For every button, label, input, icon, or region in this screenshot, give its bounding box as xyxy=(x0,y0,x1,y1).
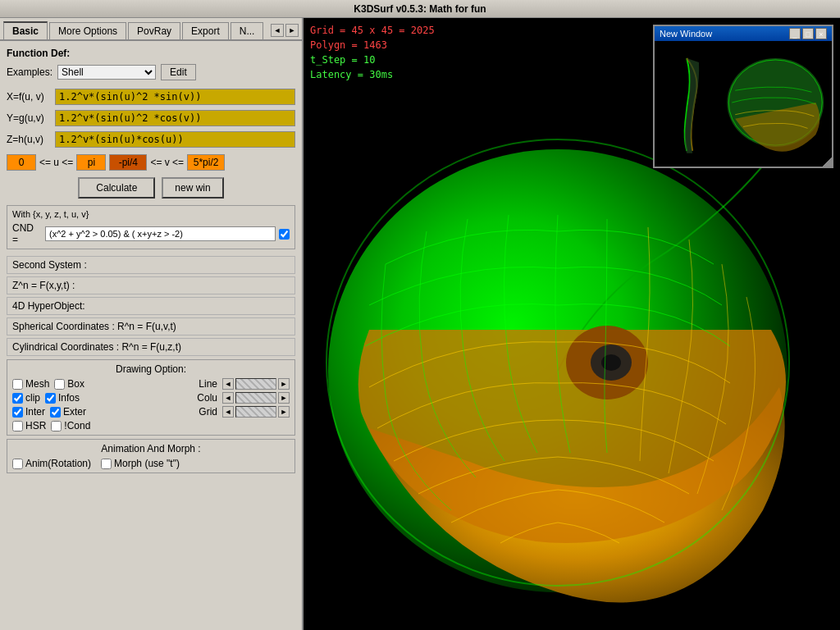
polygn-info: Polygn = 1463 xyxy=(310,38,435,52)
morph-check[interactable]: Morph (use "t") xyxy=(101,458,180,469)
line-slider-track[interactable] xyxy=(235,378,276,390)
resize-handle[interactable] xyxy=(822,157,832,167)
new-window-title-text: New Window xyxy=(660,29,712,39)
menu-spherical[interactable]: Spherical Coordinates : R^n = F(u,v,t) xyxy=(7,317,295,336)
cnd-input[interactable] xyxy=(45,226,276,241)
grid-slider-track[interactable] xyxy=(235,406,276,418)
new-window-canvas xyxy=(655,41,832,164)
range-row: <= u <= <= v <= xyxy=(7,154,295,171)
menu-second-system[interactable]: Second System : xyxy=(7,256,295,274)
grid-slider-right[interactable]: ► xyxy=(278,406,290,418)
action-buttons: Calculate new win xyxy=(7,177,295,199)
edit-button[interactable]: Edit xyxy=(161,64,196,80)
new-win-button[interactable]: new win xyxy=(162,177,223,199)
inter-check[interactable]: Inter xyxy=(12,406,45,418)
anim-rotation-checkbox[interactable] xyxy=(12,459,23,469)
info-overlay: Grid = 45 x 45 = 2025 Polygn = 1463 t_St… xyxy=(310,23,435,82)
hz-input[interactable] xyxy=(55,131,295,148)
grid-slider-left[interactable]: ◄ xyxy=(222,406,234,418)
calculate-button[interactable]: Calculate xyxy=(78,177,155,199)
morph-label: Morph (use "t") xyxy=(114,458,180,469)
right-panel[interactable]: Grid = 45 x 45 = 2025 Polygn = 1463 t_St… xyxy=(304,18,840,630)
menu-4d-hyper[interactable]: 4D HyperObject: xyxy=(7,297,295,315)
infos-checkbox[interactable] xyxy=(45,393,56,404)
left-content: Function Def: Examples: Shell Edit X=f(u… xyxy=(0,41,302,630)
examples-select[interactable]: Shell xyxy=(57,65,156,80)
minimize-btn[interactable]: _ xyxy=(789,28,801,39)
line-slider-right[interactable]: ► xyxy=(278,378,290,390)
tab-prev-btn[interactable]: ◄ xyxy=(271,24,284,37)
colu-slider-left[interactable]: ◄ xyxy=(222,392,234,404)
animation-row: Anim(Rotation) Morph (use "t") xyxy=(12,458,290,469)
grid-label: Grid xyxy=(199,406,217,418)
fx-label: X=f(u, v) xyxy=(7,91,52,103)
hsr-check[interactable]: HSR xyxy=(12,420,46,431)
svg-point-3 xyxy=(601,354,621,371)
colu-label: Colu xyxy=(197,392,217,404)
cnd-group-title: With {x, y, z, t, u, v} xyxy=(12,209,290,219)
examples-label: Examples: xyxy=(7,66,52,78)
tab-next-btn[interactable]: ► xyxy=(285,24,299,37)
line-label: Line xyxy=(199,378,217,390)
animation-title: Animation And Morph : xyxy=(12,443,290,454)
anim-rotation-check[interactable]: Anim(Rotation) xyxy=(12,458,91,469)
morph-checkbox[interactable] xyxy=(101,459,112,469)
cnd-label: CND = xyxy=(12,222,42,245)
hsr-checkbox[interactable] xyxy=(12,421,23,431)
close-btn[interactable]: × xyxy=(815,28,827,39)
u-le1-label: <= u <= xyxy=(39,157,73,168)
maximize-btn[interactable]: □ xyxy=(802,28,814,39)
infos-check[interactable]: Infos xyxy=(45,392,80,404)
hz-label: Z=h(u,v) xyxy=(7,134,52,145)
cond-checkbox[interactable] xyxy=(51,421,62,431)
line-slider: ◄ ► xyxy=(222,378,290,390)
fx-input[interactable] xyxy=(55,89,295,105)
formula-z-row: Z=h(u,v) xyxy=(7,131,295,148)
exter-checkbox[interactable] xyxy=(50,407,61,418)
title-text: K3DSurf v0.5.3: Math for fun xyxy=(354,3,486,15)
grid-slider: ◄ ► xyxy=(222,406,290,418)
anim-rotation-label: Anim(Rotation) xyxy=(25,458,91,469)
formula-y-row: Y=g(u,v) xyxy=(7,110,295,126)
grid-info: Grid = 45 x 45 = 2025 xyxy=(310,23,435,38)
clip-checkbox[interactable] xyxy=(12,393,23,404)
tab-arrows: ◄ ► xyxy=(271,24,299,37)
tab-export[interactable]: Export xyxy=(182,22,229,39)
v-le2-label: <= v <= xyxy=(150,157,184,168)
examples-row: Examples: Shell Edit xyxy=(7,64,295,80)
cond-check[interactable]: !Cond xyxy=(51,420,90,431)
mesh-checkbox[interactable] xyxy=(12,379,23,390)
tab-more-options[interactable]: More Options xyxy=(49,22,126,39)
title-bar: K3DSurf v0.5.3: Math for fun xyxy=(0,0,840,18)
tab-povray[interactable]: PovRay xyxy=(128,22,180,39)
cnd-row: CND = xyxy=(12,222,290,245)
gy-input[interactable] xyxy=(55,110,295,126)
v-min-input[interactable] xyxy=(109,154,147,171)
exter-check[interactable]: Exter xyxy=(50,406,86,418)
new-window-controls: _ □ × xyxy=(789,28,827,39)
u-max-input[interactable] xyxy=(76,154,106,171)
v-max-input[interactable] xyxy=(187,154,225,171)
u-min-input[interactable] xyxy=(7,154,36,171)
colu-slider-track[interactable] xyxy=(235,392,276,404)
function-def-title: Function Def: xyxy=(7,48,295,59)
colu-slider-right[interactable]: ► xyxy=(278,392,290,404)
menu-cylindrical[interactable]: Cylindrical Coordinates : R^n = F(u,z,t) xyxy=(7,338,295,356)
mesh-check[interactable]: Mesh xyxy=(12,378,49,390)
drawing-options-group: Drawing Option: Mesh Box Line ◄ xyxy=(7,359,295,436)
new-window: New Window _ □ × xyxy=(653,25,833,168)
tstep-info: t_Step = 10 xyxy=(310,52,435,67)
box-check[interactable]: Box xyxy=(54,378,84,390)
tab-n[interactable]: N... xyxy=(231,22,264,39)
animation-group: Animation And Morph : Anim(Rotation) Mor… xyxy=(7,439,295,473)
colu-slider: ◄ ► xyxy=(222,392,290,404)
tab-basic[interactable]: Basic xyxy=(3,21,48,39)
inter-checkbox[interactable] xyxy=(12,407,23,418)
gy-label: Y=g(u,v) xyxy=(7,112,52,124)
box-checkbox[interactable] xyxy=(54,379,65,390)
line-slider-left[interactable]: ◄ xyxy=(222,378,234,390)
menu-zn[interactable]: Z^n = F(x,y,t) : xyxy=(7,276,295,294)
formula-x-row: X=f(u, v) xyxy=(7,89,295,105)
clip-check[interactable]: clip xyxy=(12,392,40,404)
cnd-checkbox[interactable] xyxy=(279,229,290,240)
